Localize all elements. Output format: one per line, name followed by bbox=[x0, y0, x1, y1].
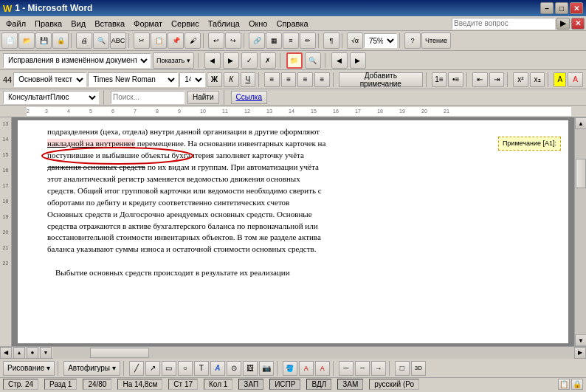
maximize-button[interactable]: □ bbox=[555, 2, 568, 14]
save-button[interactable]: 💾 bbox=[35, 32, 52, 49]
clipart-tool-button[interactable]: 🖼 bbox=[243, 361, 258, 376]
track-mode-combo[interactable]: Исправления в изменённом документе bbox=[3, 53, 151, 68]
new-button[interactable]: 📄 bbox=[1, 32, 18, 49]
open-button[interactable]: 📂 bbox=[18, 32, 35, 49]
track-prev-button[interactable]: ◀ bbox=[204, 52, 221, 69]
line-color-button[interactable]: A bbox=[299, 361, 314, 376]
menu-window[interactable]: Окно bbox=[244, 17, 272, 30]
copy-button[interactable]: 📋 bbox=[151, 32, 167, 49]
scroll-down-button[interactable]: ▼ bbox=[575, 334, 586, 346]
show-hide-button[interactable]: ¶ bbox=[323, 32, 339, 49]
print-preview-button[interactable]: 🔍 bbox=[93, 32, 109, 49]
scroll-thumb[interactable] bbox=[576, 159, 586, 188]
subscript-button[interactable]: x₂ bbox=[530, 72, 545, 87]
dash-style-button[interactable]: ╌ bbox=[355, 361, 370, 376]
track-button-2[interactable]: 🔍 bbox=[305, 52, 321, 69]
highlight-button[interactable]: A bbox=[554, 72, 566, 87]
table-button[interactable]: ▦ bbox=[266, 32, 282, 49]
cut-button[interactable]: ✂ bbox=[134, 32, 150, 49]
size-combo[interactable]: 14 bbox=[179, 72, 205, 87]
track-reject-button[interactable]: ✗ bbox=[260, 52, 276, 69]
font-color-button[interactable]: A bbox=[568, 72, 583, 87]
prev-page-button[interactable]: ▲ bbox=[13, 347, 25, 359]
track-active-button[interactable]: 📁 bbox=[286, 52, 303, 69]
menu-table[interactable]: Таблица bbox=[204, 17, 244, 30]
redo-button[interactable]: ↪ bbox=[225, 32, 241, 49]
menu-view[interactable]: Вид bbox=[66, 17, 90, 30]
hyperlink-button[interactable]: 🔗 bbox=[249, 32, 265, 49]
consultant-search-input[interactable] bbox=[111, 91, 185, 104]
line-style-button[interactable]: ─ bbox=[339, 361, 354, 376]
shadow-button[interactable]: □ bbox=[395, 361, 410, 376]
textbox-tool-button[interactable]: T bbox=[194, 361, 209, 376]
track-show-button[interactable]: Показать ▾ bbox=[153, 52, 194, 69]
status-icon-2[interactable]: 🔒 bbox=[571, 379, 583, 390]
next-page-button[interactable]: ▼ bbox=[40, 347, 52, 359]
numbering-button[interactable]: 1≡ bbox=[432, 72, 447, 87]
style-combo[interactable]: Основной текст bbox=[13, 72, 86, 87]
formula-button[interactable]: √α bbox=[347, 32, 363, 49]
paste-button[interactable]: 📌 bbox=[168, 32, 184, 49]
3d-button[interactable]: 3D bbox=[411, 361, 426, 376]
status-icon-1[interactable]: 📋 bbox=[558, 379, 570, 390]
format-painter-button[interactable]: 🖌 bbox=[185, 32, 201, 49]
drawing-toggle-button[interactable]: ✏ bbox=[300, 32, 316, 49]
scroll-track[interactable] bbox=[575, 129, 586, 334]
arrow-tool-button[interactable]: ↗ bbox=[145, 361, 160, 376]
bold-button[interactable]: Ж bbox=[207, 72, 222, 87]
italic-button[interactable]: К bbox=[224, 72, 239, 87]
menu-insert[interactable]: Вставка bbox=[90, 17, 129, 30]
wordart-tool-button[interactable]: A bbox=[210, 361, 225, 376]
track-accept-button[interactable]: ✓ bbox=[241, 52, 258, 69]
h-scroll-track[interactable] bbox=[53, 347, 574, 359]
help-search-input[interactable] bbox=[452, 18, 555, 30]
reading-button[interactable]: Чтение bbox=[421, 32, 451, 49]
consultant-combo[interactable]: КонсультантПлюс bbox=[3, 91, 99, 104]
document-page[interactable]: Примечание [А1]: подразделения (цеха, от… bbox=[12, 117, 574, 346]
justify-button[interactable]: ≡ bbox=[314, 72, 330, 87]
bullets-button[interactable]: •≡ bbox=[448, 72, 463, 87]
menu-help[interactable]: Справка bbox=[272, 17, 312, 30]
autoshapes-button[interactable]: Автофигуры ▾ bbox=[63, 361, 120, 376]
align-center-button[interactable]: ≡ bbox=[281, 72, 297, 87]
menu-close-button[interactable]: ✕ bbox=[571, 18, 585, 30]
find-button[interactable]: Найти bbox=[187, 91, 219, 104]
track-next-button[interactable]: ▶ bbox=[223, 52, 239, 69]
underline-button[interactable]: Ч bbox=[241, 72, 256, 87]
decrease-indent-button[interactable]: ⇤ bbox=[472, 72, 488, 87]
minimize-button[interactable]: – bbox=[540, 2, 554, 14]
align-left-button[interactable]: ≡ bbox=[264, 72, 280, 87]
picture-tool-button[interactable]: 📷 bbox=[259, 361, 274, 376]
print-button[interactable]: 🖨 bbox=[76, 32, 92, 49]
close-button[interactable]: ✕ bbox=[570, 2, 583, 14]
scroll-up-button[interactable]: ▲ bbox=[575, 117, 586, 129]
rect-tool-button[interactable]: ▭ bbox=[162, 361, 176, 376]
menu-tools[interactable]: Сервис bbox=[167, 17, 204, 30]
help-button[interactable]: ? bbox=[404, 32, 421, 49]
add-note-button[interactable]: Добавить примечание bbox=[339, 72, 423, 87]
menu-file[interactable]: Файл bbox=[1, 17, 30, 30]
increase-indent-button[interactable]: ⇥ bbox=[489, 72, 505, 87]
select-browse-button[interactable]: ● bbox=[27, 347, 38, 359]
scroll-left-button[interactable]: ◀ bbox=[0, 347, 12, 359]
fill-color-button[interactable]: 🪣 bbox=[283, 361, 297, 376]
columns-button[interactable]: ≡ bbox=[283, 32, 299, 49]
ellipse-tool-button[interactable]: ○ bbox=[178, 361, 193, 376]
line-tool-button[interactable]: ╱ bbox=[129, 361, 144, 376]
link-button[interactable]: Ссылка bbox=[231, 91, 267, 104]
font-combo[interactable]: Times New Roman bbox=[88, 72, 178, 87]
menu-edit[interactable]: Правка bbox=[30, 17, 66, 30]
track-button-3[interactable]: ◀ bbox=[331, 52, 348, 69]
scroll-right-button[interactable]: ▶ bbox=[574, 347, 586, 359]
draw-menu-button[interactable]: Рисование ▾ bbox=[3, 361, 55, 376]
permission-button[interactable]: 🔒 bbox=[52, 32, 69, 49]
h-scroll-thumb[interactable] bbox=[90, 348, 149, 358]
diagram-tool-button[interactable]: ⊙ bbox=[227, 361, 241, 376]
spell-check-button[interactable]: ABC bbox=[110, 32, 126, 49]
font-color-draw-button[interactable]: A bbox=[315, 361, 330, 376]
undo-button[interactable]: ↩ bbox=[208, 32, 224, 49]
arrow-style-button[interactable]: → bbox=[371, 361, 386, 376]
track-button-4[interactable]: ▶ bbox=[350, 52, 366, 69]
menu-format[interactable]: Формат bbox=[129, 17, 167, 30]
help-search-button[interactable]: ▶ bbox=[556, 18, 570, 30]
